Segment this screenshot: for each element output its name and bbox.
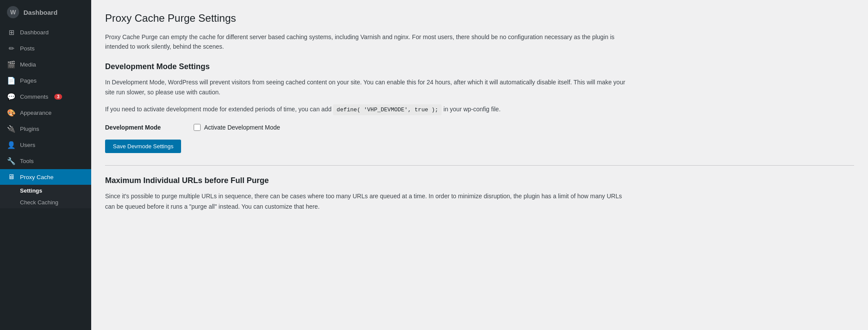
posts-icon: ✏ xyxy=(7,44,16,53)
dev-mode-description2: If you need to activate development mode… xyxy=(105,104,626,115)
sidebar-item-label: Appearance xyxy=(20,110,52,116)
sidebar-item-label: Pages xyxy=(20,77,36,84)
users-icon: 👤 xyxy=(7,141,16,149)
proxy-cache-icon: 🖥 xyxy=(7,173,16,181)
page-title: Proxy Cache Purge Settings xyxy=(105,12,854,24)
dev-mode-field-label: Development Mode xyxy=(105,124,183,131)
tools-icon: 🔧 xyxy=(7,157,16,165)
sidebar-item-posts[interactable]: ✏ Posts xyxy=(0,40,91,57)
sidebar-item-pages[interactable]: 📄 Pages xyxy=(0,73,91,89)
sidebar-item-tools[interactable]: 🔧 Tools xyxy=(0,153,91,169)
dev-mode-checkbox-text: Activate Development Mode xyxy=(204,124,280,131)
sidebar-item-label: Comments xyxy=(20,93,48,100)
max-urls-description: Since it's possible to purge multiple UR… xyxy=(105,191,626,211)
submenu-item-settings[interactable]: Settings xyxy=(0,185,91,197)
dev-mode-checkbox-label[interactable]: Activate Development Mode xyxy=(194,124,280,131)
comments-icon: 💬 xyxy=(7,93,16,101)
sidebar-item-proxy-cache[interactable]: 🖥 Proxy Cache xyxy=(0,169,91,185)
dev-mode-field-row: Development Mode Activate Development Mo… xyxy=(105,124,854,131)
sidebar-item-label: Users xyxy=(20,142,35,148)
sidebar-logo-label[interactable]: Dashboard xyxy=(23,9,57,16)
wordpress-icon: W xyxy=(7,6,19,18)
max-urls-section-title: Maximum Individual URLs before Full Purg… xyxy=(105,176,854,185)
sidebar: W Dashboard ⊞ Dashboard ✏ Posts 🎬 Media … xyxy=(0,0,91,330)
dev-mode-description1: In Development Mode, WordPress will prev… xyxy=(105,77,626,97)
sidebar-item-users[interactable]: 👤 Users xyxy=(0,137,91,153)
dev-mode-description2-prefix: If you need to activate development mode… xyxy=(105,106,331,113)
sidebar-item-media[interactable]: 🎬 Media xyxy=(0,57,91,73)
dev-mode-checkbox[interactable] xyxy=(194,124,201,131)
comments-badge: 3 xyxy=(54,94,62,100)
sidebar-item-label: Dashboard xyxy=(20,29,49,36)
dev-mode-section-title: Development Mode Settings xyxy=(105,62,854,71)
sidebar-item-label: Proxy Cache xyxy=(20,174,53,180)
sidebar-item-label: Media xyxy=(20,61,36,68)
save-devmode-button[interactable]: Save Devmode Settings xyxy=(105,140,181,153)
sidebar-item-appearance[interactable]: 🎨 Appearance xyxy=(0,105,91,121)
appearance-icon: 🎨 xyxy=(7,109,16,117)
sidebar-item-label: Tools xyxy=(20,158,34,164)
sidebar-item-label: Posts xyxy=(20,45,35,52)
section-divider xyxy=(105,165,854,166)
sidebar-item-plugins[interactable]: 🔌 Plugins xyxy=(0,121,91,137)
plugins-icon: 🔌 xyxy=(7,125,16,133)
submenu: Settings Check Caching xyxy=(0,185,91,208)
dev-mode-code-snippet: define( 'VHP_DEVMODE', true ); xyxy=(333,104,442,115)
intro-text: Proxy Cache Purge can empty the cache fo… xyxy=(105,32,626,52)
pages-icon: 📄 xyxy=(7,77,16,85)
sidebar-item-label: Plugins xyxy=(20,126,39,132)
submenu-item-check-caching[interactable]: Check Caching xyxy=(0,197,91,208)
sidebar-item-comments[interactable]: 💬 Comments 3 xyxy=(0,89,91,105)
sidebar-item-dashboard[interactable]: ⊞ Dashboard xyxy=(0,24,91,40)
main-content: Proxy Cache Purge Settings Proxy Cache P… xyxy=(91,0,868,330)
dashboard-icon: ⊞ xyxy=(7,28,16,37)
media-icon: 🎬 xyxy=(7,60,16,69)
sidebar-logo: W Dashboard xyxy=(0,0,91,24)
dev-mode-description2-suffix: in your wp-config file. xyxy=(443,106,501,113)
